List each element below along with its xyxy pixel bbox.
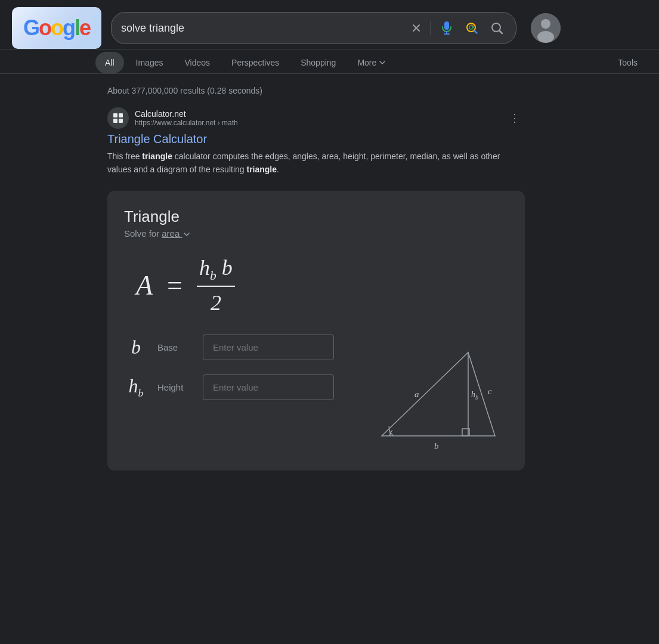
search-divider xyxy=(431,21,431,35)
clear-icon xyxy=(410,22,422,34)
results-area: About 377,000,000 results (0.28 seconds)… xyxy=(0,74,537,482)
calculator-card: Triangle Solve for area A = hb b 2 xyxy=(107,191,525,470)
svg-point-2 xyxy=(492,23,500,32)
formula-numerator: hb b xyxy=(197,255,235,287)
search-icon xyxy=(490,21,504,35)
google-logo-container[interactable]: Google xyxy=(12,7,101,49)
base-symbol: b xyxy=(124,336,148,358)
result-more-button[interactable]: ⋮ xyxy=(505,109,525,127)
tab-shopping[interactable]: Shopping xyxy=(291,52,345,73)
triangle-svg: a hb c b γ xyxy=(358,335,531,454)
url-text: https://www.calculator.net › math xyxy=(135,119,238,127)
lens-search-button[interactable] xyxy=(462,18,481,38)
label-hb: hb xyxy=(471,390,478,401)
result-source: Calculator.net https://www.calculator.ne… xyxy=(107,107,525,129)
formula-denominator: 2 xyxy=(211,288,221,315)
tools-button[interactable]: Tools xyxy=(608,52,647,73)
tab-all[interactable]: All xyxy=(95,52,124,73)
label-c: c xyxy=(488,386,492,396)
base-input[interactable] xyxy=(203,335,334,360)
avatar[interactable] xyxy=(531,13,561,43)
height-symbol: hb xyxy=(124,375,148,400)
search-submit-button[interactable] xyxy=(487,18,506,38)
formula-fraction: hb b 2 xyxy=(197,255,235,315)
source-info: Calculator.net https://www.calculator.ne… xyxy=(135,109,499,127)
svg-rect-9 xyxy=(113,119,117,123)
svg-point-1 xyxy=(469,26,473,29)
solve-for-value: area xyxy=(162,228,180,239)
formula-display: A = hb b 2 xyxy=(124,255,508,315)
tab-images[interactable]: Images xyxy=(126,52,173,73)
svg-rect-8 xyxy=(119,113,123,117)
results-count: About 377,000,000 results (0.28 seconds) xyxy=(107,86,525,95)
search-bar-icons xyxy=(408,18,506,38)
solve-for-dropdown[interactable]: area xyxy=(162,228,190,239)
inputs-section: b Base hb Height xyxy=(124,335,334,400)
source-name: Calculator.net xyxy=(135,109,499,119)
svg-rect-7 xyxy=(113,113,117,117)
svg-point-5 xyxy=(537,31,554,43)
nav-tabs: All Images Videos Perspectives Shopping … xyxy=(0,52,659,74)
google-logo: Google xyxy=(23,16,90,41)
tab-perspectives[interactable]: Perspectives xyxy=(222,52,289,73)
height-input-row: hb Height xyxy=(124,374,334,400)
solve-for-section: Solve for area xyxy=(124,228,508,239)
svg-point-4 xyxy=(541,19,550,29)
label-b: b xyxy=(434,441,439,451)
formula-equals: = xyxy=(167,270,182,301)
height-input[interactable] xyxy=(203,374,334,400)
tab-more[interactable]: More xyxy=(348,52,395,73)
search-input[interactable]: solve triangle xyxy=(121,22,402,35)
chevron-down-icon xyxy=(183,231,190,238)
tab-videos[interactable]: Videos xyxy=(175,52,219,73)
label-a: a xyxy=(414,389,419,399)
favicon xyxy=(107,107,129,129)
more-label: More xyxy=(357,58,376,67)
result-title[interactable]: Triangle Calculator xyxy=(107,132,525,146)
formula-section: A = hb b 2 xyxy=(124,255,508,315)
base-input-row: b Base xyxy=(124,335,334,360)
height-label: Height xyxy=(157,382,193,392)
voice-search-button[interactable] xyxy=(437,18,456,38)
mic-icon xyxy=(440,21,454,35)
triangle-diagram: a hb c b γ xyxy=(358,335,531,454)
clear-search-button[interactable] xyxy=(408,20,425,36)
source-url: https://www.calculator.net › math xyxy=(135,119,499,127)
inputs-diagram: b Base hb Height xyxy=(124,335,508,454)
result-snippet: This free triangle calculator computes t… xyxy=(107,150,525,177)
chevron-down-icon xyxy=(379,59,386,66)
lens-icon xyxy=(465,21,479,35)
svg-rect-10 xyxy=(119,119,123,123)
header: Google solve triangle xyxy=(0,0,659,49)
result-item: Calculator.net https://www.calculator.ne… xyxy=(107,107,525,177)
card-title: Triangle xyxy=(124,208,508,226)
formula-lhs: A xyxy=(136,270,153,301)
search-bar: solve triangle xyxy=(111,12,516,44)
base-label: Base xyxy=(157,342,193,352)
solve-for-label: Solve for xyxy=(124,228,159,239)
